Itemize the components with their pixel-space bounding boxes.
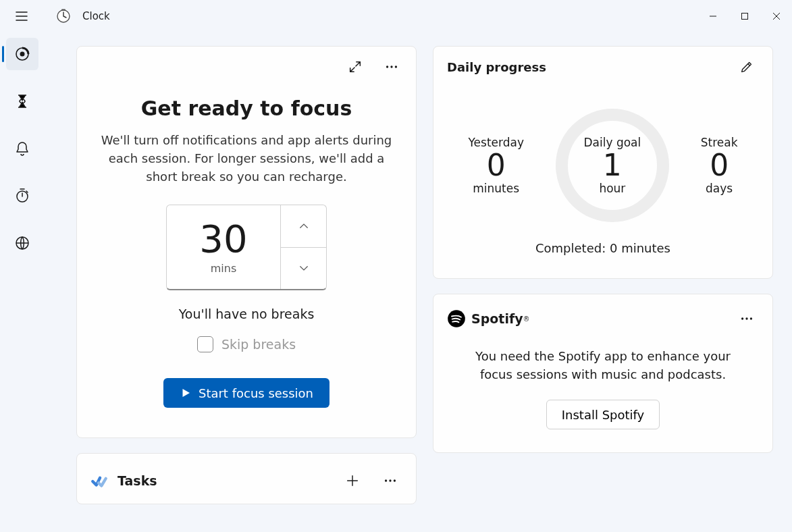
todo-icon bbox=[90, 472, 108, 489]
spotify-card: Spotify® You need the Spotify app to enh… bbox=[433, 294, 773, 453]
svg-point-14 bbox=[741, 317, 743, 319]
sidebar-item-focus-sessions[interactable] bbox=[6, 38, 38, 70]
duration-picker: 30 mins bbox=[166, 205, 327, 290]
minimize-button[interactable] bbox=[697, 3, 729, 30]
start-focus-button[interactable]: Start focus session bbox=[163, 378, 329, 408]
duration-decrease-button[interactable] bbox=[281, 248, 326, 290]
yesterday-value: 0 bbox=[487, 149, 506, 182]
focus-card: Get ready to focus We'll turn off notifi… bbox=[76, 46, 417, 438]
duration-increase-button[interactable] bbox=[281, 205, 326, 248]
svg-point-7 bbox=[386, 65, 388, 68]
more-icon bbox=[739, 311, 754, 326]
goal-value: 1 bbox=[603, 149, 622, 182]
svg-point-4 bbox=[20, 52, 24, 57]
metric-goal: Daily goal 1 hour bbox=[583, 136, 641, 195]
skip-breaks-checkbox[interactable] bbox=[197, 336, 213, 352]
collapse-icon bbox=[348, 59, 363, 74]
daily-progress-title: Daily progress bbox=[447, 60, 546, 74]
tasks-more-button[interactable] bbox=[378, 469, 402, 493]
metric-yesterday: Yesterday 0 minutes bbox=[468, 136, 524, 195]
sidebar-item-world-clock[interactable] bbox=[6, 227, 38, 259]
focus-sessions-icon bbox=[14, 46, 30, 62]
streak-label: Streak bbox=[701, 136, 738, 149]
title-bar: Clock bbox=[0, 0, 792, 32]
play-icon bbox=[180, 387, 192, 399]
yesterday-label: Yesterday bbox=[468, 136, 524, 149]
spotify-message: You need the Spotify app to enhance your… bbox=[433, 335, 772, 400]
chevron-up-icon bbox=[298, 220, 310, 232]
svg-point-9 bbox=[395, 65, 397, 68]
chevron-down-icon bbox=[298, 262, 310, 274]
goal-unit: hour bbox=[599, 182, 625, 195]
focus-heading: Get ready to focus bbox=[97, 97, 396, 120]
alarm-icon bbox=[14, 140, 30, 157]
clock-app-icon bbox=[55, 8, 72, 24]
svg-point-10 bbox=[385, 479, 387, 481]
edit-goal-button[interactable] bbox=[735, 55, 759, 79]
metric-streak: Streak 0 days bbox=[701, 136, 738, 195]
svg-point-15 bbox=[745, 317, 747, 319]
svg-rect-1 bbox=[61, 9, 65, 11]
completed-text: Completed: 0 minutes bbox=[452, 241, 754, 255]
maximize-icon bbox=[741, 12, 749, 20]
breaks-text: You'll have no breaks bbox=[97, 307, 396, 321]
pencil-icon bbox=[739, 59, 754, 74]
install-spotify-button[interactable]: Install Spotify bbox=[546, 400, 660, 429]
tasks-card: Tasks bbox=[76, 453, 417, 504]
sidebar bbox=[0, 32, 44, 532]
start-focus-label: Start focus session bbox=[199, 386, 313, 400]
more-icon bbox=[384, 59, 399, 74]
spotify-more-button[interactable] bbox=[735, 307, 759, 331]
minimize-icon bbox=[709, 12, 717, 20]
install-spotify-label: Install Spotify bbox=[562, 408, 645, 422]
close-icon bbox=[772, 12, 781, 20]
hamburger-icon bbox=[15, 9, 28, 23]
progress-ring: Daily goal 1 hour bbox=[556, 109, 669, 222]
sidebar-item-stopwatch[interactable] bbox=[6, 180, 38, 212]
yesterday-unit: minutes bbox=[473, 182, 519, 195]
spotify-brand: Spotify bbox=[471, 311, 523, 326]
duration-display[interactable]: 30 mins bbox=[167, 205, 280, 289]
svg-point-16 bbox=[750, 317, 752, 319]
focus-description: We'll turn off notifications and app ale… bbox=[97, 131, 396, 186]
nav-toggle-button[interactable] bbox=[0, 0, 43, 32]
spotify-icon bbox=[447, 309, 466, 328]
duration-value: 30 bbox=[199, 220, 247, 258]
skip-breaks-label: Skip breaks bbox=[221, 337, 296, 352]
maximize-button[interactable] bbox=[729, 3, 760, 30]
svg-point-8 bbox=[390, 65, 392, 68]
goal-label: Daily goal bbox=[583, 136, 641, 149]
content: Get ready to focus We'll turn off notifi… bbox=[44, 32, 792, 532]
collapse-button[interactable] bbox=[343, 55, 367, 79]
svg-point-12 bbox=[394, 479, 396, 481]
stopwatch-icon bbox=[14, 188, 30, 204]
daily-progress-card: Daily progress Yesterday 0 minutes bbox=[433, 46, 773, 279]
app-title: Clock bbox=[82, 10, 110, 22]
streak-value: 0 bbox=[710, 149, 729, 182]
tasks-title: Tasks bbox=[117, 473, 157, 488]
close-button[interactable] bbox=[760, 3, 792, 30]
more-icon bbox=[383, 473, 398, 488]
svg-point-11 bbox=[389, 479, 391, 481]
window-controls bbox=[697, 3, 792, 30]
add-task-button[interactable] bbox=[340, 469, 365, 493]
svg-rect-2 bbox=[741, 14, 747, 20]
world-clock-icon bbox=[14, 235, 30, 251]
sidebar-item-timer[interactable] bbox=[6, 85, 38, 117]
plus-icon bbox=[345, 473, 360, 488]
sidebar-item-alarm[interactable] bbox=[6, 132, 38, 165]
duration-unit: mins bbox=[211, 262, 237, 275]
timer-icon bbox=[14, 93, 30, 109]
focus-more-button[interactable] bbox=[379, 55, 404, 79]
streak-unit: days bbox=[706, 182, 733, 195]
